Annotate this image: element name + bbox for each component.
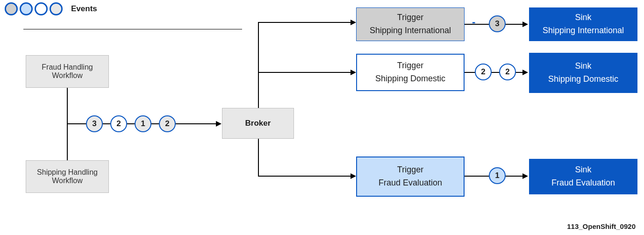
trigger-dom-line1: Trigger — [397, 61, 423, 71]
branch-fraud-arrow — [351, 173, 356, 179]
legend-swatch-white — [35, 2, 48, 15]
trigger-fraud-box: Trigger Fraud Evaluation — [356, 157, 465, 197]
trigger-fraud-line2: Fraud Evaluation — [379, 178, 442, 188]
branch-intl-arrow — [351, 20, 356, 25]
fraud-out-arrow — [522, 173, 528, 179]
trigger-dom-line2: Shipping Domestic — [375, 74, 445, 84]
sink-intl-line2: Shipping International — [543, 26, 624, 36]
legend-label: Events — [71, 4, 97, 14]
sink-intl-line1: Sink — [575, 13, 591, 23]
dom-out-arrow — [522, 70, 528, 75]
trigger-intl-line1: Trigger — [397, 13, 423, 23]
sink-fraud-line2: Fraud Evaluation — [551, 178, 615, 188]
event-pipeline-1: 3 — [86, 115, 103, 132]
legend-swatch-lightblue — [20, 2, 33, 15]
event-pipeline-4: 2 — [159, 115, 176, 132]
entry-arrow — [216, 121, 222, 127]
diagram: Events Fraud Handling Workflow Shipping … — [0, 0, 644, 235]
fraud-workflow-box: Fraud Handling Workflow — [26, 55, 109, 88]
event-dom-a: 2 — [475, 64, 492, 80]
trigger-dom-box: Trigger Shipping Domestic — [356, 54, 465, 91]
shipping-workflow-box: Shipping Handling Workflow — [26, 160, 109, 193]
trigger-fraud-line1: Trigger — [397, 165, 423, 175]
broker-box: Broker — [222, 108, 294, 139]
legend-underline — [23, 29, 242, 29]
event-intl: 3 — [489, 15, 506, 32]
branch-dom-arrow — [351, 70, 356, 75]
sink-dom-box: Sink Shipping Domestic — [529, 53, 637, 93]
branch-intl-line — [258, 22, 351, 23]
fraud-workflow-label: Fraud Handling Workflow — [42, 63, 93, 80]
trigger-intl-box: Trigger Shipping International — [356, 7, 465, 41]
intl-out-arrow — [522, 21, 528, 27]
sink-dom-line2: Shipping Domestic — [548, 74, 618, 85]
legend-swatch-gray — [5, 2, 18, 15]
legend: Events — [5, 2, 97, 15]
trigger-intl-line2: Shipping International — [370, 26, 451, 36]
shipping-workflow-label: Shipping Handling Workflow — [37, 168, 98, 185]
legend-swatch-lightgray — [50, 2, 63, 15]
event-fraud: 1 — [489, 167, 506, 184]
dash-mark: - — [472, 16, 475, 28]
branch-dom-line — [258, 72, 351, 73]
event-dom-b: 2 — [499, 64, 516, 80]
sink-dom-line1: Sink — [575, 61, 591, 71]
sink-fraud-line1: Sink — [575, 165, 591, 175]
event-pipeline-2: 2 — [110, 115, 127, 132]
figure-caption: 113_OpenShift_0920 — [567, 222, 636, 230]
event-pipeline-3: 1 — [135, 115, 151, 132]
broker-label: Broker — [245, 119, 271, 128]
branch-fraud-line — [258, 176, 351, 177]
broker-down-line — [258, 139, 259, 176]
sink-intl-box: Sink Shipping International — [529, 7, 637, 41]
sink-fraud-box: Sink Fraud Evaluation — [529, 159, 637, 194]
broker-up-line — [258, 22, 259, 108]
